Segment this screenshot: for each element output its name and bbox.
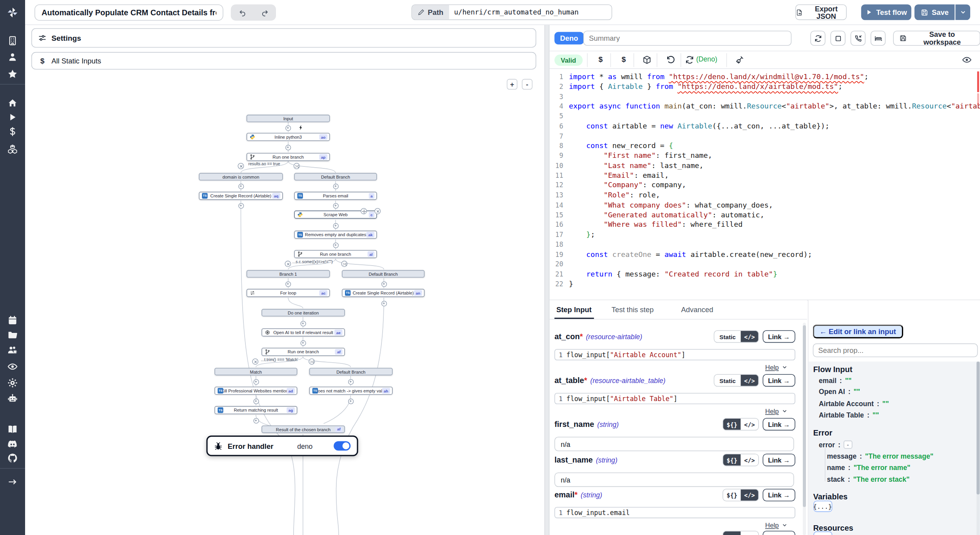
zoom-out-button[interactable]: - bbox=[522, 79, 532, 90]
export-json-button[interactable]: Export JSON bbox=[795, 4, 847, 20]
tab-test-this-step[interactable]: Test this step bbox=[612, 306, 653, 319]
flow-title-input[interactable] bbox=[34, 4, 223, 21]
at_table-mode-toggle[interactable]: Static</> bbox=[714, 374, 759, 387]
prop-search-input[interactable] bbox=[813, 343, 978, 357]
collapse-toggle[interactable]: - bbox=[844, 441, 852, 449]
flow-node-ao[interactable]: Inline python3ao bbox=[247, 133, 330, 141]
add-step-button[interactable] bbox=[348, 398, 353, 404]
remove-node-button[interactable] bbox=[374, 208, 381, 214]
flow-node-branch-domain[interactable]: domain is common bbox=[199, 173, 283, 181]
flow-settings-button[interactable]: Settings bbox=[31, 28, 536, 48]
add-step-button[interactable] bbox=[253, 398, 259, 404]
flow-node-ak[interactable]: TSRemoves empty and duplicatesak bbox=[294, 231, 377, 239]
tab-step-input[interactable]: Step Input bbox=[556, 306, 592, 319]
error-handler-toggle[interactable] bbox=[334, 441, 350, 450]
sidebar-item-user[interactable] bbox=[7, 52, 18, 62]
static-dollar-icon[interactable]: $ bbox=[619, 55, 628, 65]
sidebar-item-book[interactable] bbox=[7, 424, 18, 434]
flow-node-af-branch[interactable]: Run one branchaf bbox=[261, 348, 345, 356]
resources-expand-button[interactable]: {...} bbox=[813, 531, 832, 535]
add-step-button[interactable] bbox=[333, 183, 338, 189]
toggle-option[interactable]: ${} bbox=[723, 490, 741, 501]
sidebar-item-home[interactable] bbox=[7, 98, 18, 108]
sidebar-item-users-gear[interactable] bbox=[7, 345, 18, 356]
test-flow-button[interactable]: Test flow bbox=[861, 4, 911, 20]
sidebar-item-eye[interactable] bbox=[7, 361, 18, 372]
first_name-mode-toggle[interactable]: ${}</> bbox=[722, 418, 759, 430]
email-expression-editor[interactable]: 1flow_input.email bbox=[554, 507, 795, 518]
add-step-button[interactable] bbox=[238, 183, 243, 189]
flow-node-ac[interactable]: For loopac bbox=[247, 289, 330, 297]
toggle-option[interactable]: ${} bbox=[723, 531, 741, 535]
variables-expand-button[interactable]: {...} bbox=[813, 501, 832, 512]
sidebar-item-calendar[interactable] bbox=[7, 315, 18, 325]
flow-node-ad[interactable]: TSKill Professional Websites mentionsad bbox=[214, 387, 297, 395]
flow-node-aq[interactable]: TSCreate Single Record (Airtable)aq bbox=[199, 192, 283, 200]
redo-button[interactable] bbox=[253, 4, 276, 21]
flow-node-result[interactable]: Result of the chosen branchaf bbox=[261, 425, 345, 433]
flow-node-branch-default-1[interactable]: Default Branch bbox=[294, 173, 377, 181]
company-mode-toggle[interactable]: ${}</> bbox=[722, 531, 759, 535]
sidebar-item-discord[interactable] bbox=[7, 439, 18, 449]
flow-node-an[interactable]: TSCreate Single Record (Airtable)an bbox=[342, 289, 425, 297]
sidebar-item-star[interactable] bbox=[7, 69, 18, 79]
sidebar-item-dollar[interactable] bbox=[7, 127, 18, 137]
sidebar-item-robot[interactable] bbox=[7, 394, 18, 404]
toggle-option[interactable]: Static bbox=[714, 331, 740, 342]
toggle-option[interactable]: </> bbox=[741, 531, 759, 535]
at_con-mode-toggle[interactable]: Static</> bbox=[714, 330, 759, 343]
add-step-button[interactable] bbox=[333, 203, 338, 208]
code-editor[interactable]: 1import * as wmill from "https://deno.la… bbox=[550, 69, 980, 300]
toggle-option[interactable]: Static bbox=[714, 375, 740, 386]
flow-node-branch-1[interactable]: Branch 1 bbox=[247, 270, 330, 278]
sidebar-item-building[interactable] bbox=[7, 36, 18, 46]
prop-row-message[interactable]: message:"The error message" bbox=[827, 452, 933, 460]
at_table-link-button[interactable]: Link → bbox=[763, 374, 795, 387]
last_name-mode-toggle[interactable]: ${}</> bbox=[722, 454, 759, 466]
email-mode-toggle[interactable]: ${}</> bbox=[722, 489, 759, 501]
sidebar-item-github[interactable] bbox=[7, 453, 18, 463]
add-step-button[interactable] bbox=[333, 223, 338, 228]
add-step-button[interactable] bbox=[285, 125, 290, 130]
last_name-link-button[interactable]: Link → bbox=[763, 454, 795, 466]
at_table-expression-editor[interactable]: 1flow_input["Airtable Table"] bbox=[554, 393, 795, 404]
add-step-button[interactable] bbox=[238, 203, 243, 208]
toggle-option[interactable]: </> bbox=[741, 375, 759, 386]
add-step-button[interactable] bbox=[300, 340, 306, 345]
toggle-option[interactable]: ${} bbox=[723, 454, 741, 466]
edit-or-link-back-button[interactable]: ← Edit or link an input bbox=[813, 325, 903, 338]
add-step-button[interactable] bbox=[253, 379, 259, 384]
summary-input[interactable] bbox=[583, 31, 791, 45]
flow-node-ag[interactable]: TSReturn matching resultag bbox=[214, 406, 297, 414]
flow-node-input[interactable]: Input bbox=[247, 115, 330, 122]
company-link-button[interactable]: Link → bbox=[763, 531, 795, 535]
flow-node-ap[interactable]: Run one branchap bbox=[247, 153, 330, 161]
panel-resize-handle[interactable] bbox=[544, 25, 550, 535]
error-handler-node[interactable]: Error handler deno bbox=[206, 436, 358, 456]
first_name-value-input[interactable] bbox=[554, 437, 794, 451]
at_con-help[interactable]: Help bbox=[765, 363, 788, 371]
sidebar-item-cubes[interactable] bbox=[7, 144, 18, 154]
sidebar-item-gear[interactable] bbox=[7, 378, 18, 388]
assistant-dollar-icon[interactable]: $ bbox=[596, 55, 605, 65]
prop-row-error[interactable]: error:- bbox=[819, 441, 852, 449]
at_con-expression-editor[interactable]: 1flow_input["Airtable Account"] bbox=[554, 349, 795, 360]
add-step-button[interactable] bbox=[381, 300, 387, 306]
prop-row-airtable-table[interactable]: Airtable Table:"" bbox=[819, 411, 879, 419]
static-inputs-button[interactable]: $ All Static Inputs bbox=[31, 52, 536, 70]
flow-node-ae[interactable]: Open AI to tell if relevant resultae bbox=[261, 328, 345, 336]
toggle-option[interactable]: </> bbox=[741, 490, 759, 501]
step-panel-scrollbar-thumb[interactable] bbox=[803, 325, 806, 507]
toggle-option[interactable]: </> bbox=[741, 331, 759, 342]
add-step-button[interactable] bbox=[253, 418, 259, 423]
path-field[interactable]: Path u/henri/crm_automated_no_human bbox=[412, 4, 612, 20]
move-node-handle[interactable] bbox=[361, 208, 367, 214]
last_name-value-input[interactable] bbox=[554, 472, 794, 487]
toggle-option[interactable]: </> bbox=[741, 454, 759, 466]
sleep-button[interactable] bbox=[871, 31, 886, 45]
format-broom-icon[interactable] bbox=[735, 55, 744, 65]
add-step-button[interactable] bbox=[285, 145, 290, 150]
prop-row-open-ai[interactable]: Open AI:"" bbox=[819, 388, 860, 395]
toggle-option[interactable]: </> bbox=[741, 419, 759, 430]
stop-button[interactable] bbox=[830, 31, 845, 45]
